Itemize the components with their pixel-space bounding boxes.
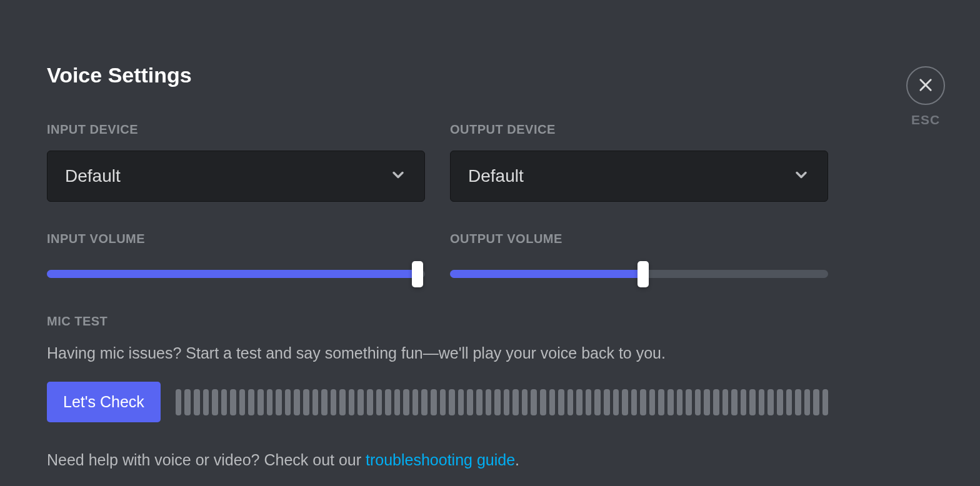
mic-level-bar: [649, 389, 656, 415]
mic-level-bar: [449, 389, 455, 415]
mic-test-label: MIC TEST: [47, 314, 828, 329]
chevron-down-icon: [389, 166, 407, 186]
mic-level-bar: [531, 389, 537, 415]
mic-level-bar: [741, 389, 747, 415]
mic-level-bar: [221, 389, 228, 415]
mic-level-bar: [504, 389, 510, 415]
volume-row: INPUT VOLUME OUTPUT VOLUME: [47, 232, 828, 278]
output-volume-thumb[interactable]: [638, 261, 649, 287]
mic-level-bar: [695, 389, 701, 415]
mic-level-bar: [568, 389, 574, 415]
mic-level-bar: [686, 389, 692, 415]
input-volume-fill: [47, 270, 418, 278]
mic-level-bar: [522, 389, 528, 415]
input-device-select[interactable]: Default: [47, 151, 425, 202]
mic-level-bar: [194, 389, 200, 415]
input-volume-slider[interactable]: [47, 270, 425, 278]
mic-level-bar: [321, 389, 328, 415]
mic-level-bar: [777, 389, 783, 415]
mic-level-bar: [339, 389, 346, 415]
mic-level-bar: [258, 389, 264, 415]
help-text: Need help with voice or video? Check out…: [47, 451, 828, 469]
mic-level-bar: [467, 389, 473, 415]
output-device-label: OUTPUT DEVICE: [450, 122, 828, 137]
mic-level-bar: [786, 389, 792, 415]
mic-level-bar: [431, 389, 437, 415]
output-device-value: Default: [468, 166, 524, 186]
mic-level-bar: [476, 389, 482, 415]
mic-level-bar: [586, 389, 592, 415]
output-volume-slider[interactable]: [450, 270, 828, 278]
output-volume-col: OUTPUT VOLUME: [450, 232, 828, 278]
mic-level-bar: [294, 389, 300, 415]
device-row: INPUT DEVICE Default OUTPUT DEVICE Defau…: [47, 122, 828, 202]
output-volume-fill: [450, 270, 643, 278]
mic-level-bar: [394, 389, 401, 415]
lets-check-button[interactable]: Let's Check: [47, 382, 161, 422]
mic-level-bar: [749, 389, 756, 415]
mic-level-bar: [248, 389, 254, 415]
mic-level-bar: [631, 389, 638, 415]
mic-test-description: Having mic issues? Start a test and say …: [47, 342, 828, 364]
mic-level-bar: [677, 389, 683, 415]
mic-level-bar: [804, 389, 811, 415]
settings-content: Voice Settings INPUT DEVICE Default OUTP…: [0, 0, 875, 469]
input-volume-col: INPUT VOLUME: [47, 232, 425, 278]
mic-level-bar: [768, 389, 774, 415]
input-device-col: INPUT DEVICE Default: [47, 122, 425, 202]
mic-level-bar: [658, 389, 664, 415]
mic-level-bar: [486, 389, 492, 415]
mic-level-bar: [713, 389, 719, 415]
mic-level-bar: [640, 389, 646, 415]
mic-level-bar: [722, 389, 729, 415]
mic-level-bar: [385, 389, 391, 415]
mic-level-bar: [813, 389, 819, 415]
input-device-value: Default: [65, 166, 121, 186]
mic-level-bar: [331, 389, 337, 415]
mic-test-section: MIC TEST Having mic issues? Start a test…: [47, 314, 828, 422]
chevron-down-icon: [792, 166, 810, 186]
mic-level-bar: [403, 389, 409, 415]
close-icon: [917, 76, 934, 96]
mic-level-bar: [440, 389, 446, 415]
mic-test-row: Let's Check: [47, 382, 828, 422]
mic-level-bar: [540, 389, 546, 415]
troubleshooting-link[interactable]: troubleshooting guide: [366, 451, 515, 469]
output-device-select[interactable]: Default: [450, 151, 828, 202]
mic-level-bar: [267, 389, 273, 415]
mic-level-bar: [230, 389, 236, 415]
mic-level-bar: [176, 389, 182, 415]
mic-level-bar: [822, 389, 828, 415]
mic-level-bar: [549, 389, 556, 415]
esc-label: ESC: [911, 112, 940, 127]
mic-level-bar: [704, 389, 710, 415]
mic-level-bar: [604, 389, 610, 415]
mic-level-bar: [613, 389, 619, 415]
mic-level-bar: [494, 389, 501, 415]
input-volume-thumb[interactable]: [412, 261, 423, 287]
help-prefix: Need help with voice or video? Check out…: [47, 451, 366, 469]
mic-level-meter: [176, 389, 828, 415]
close-button[interactable]: [906, 66, 945, 105]
close-wrapper: ESC: [906, 66, 945, 127]
mic-level-bar: [512, 389, 519, 415]
mic-level-bar: [285, 389, 291, 415]
mic-level-bar: [421, 389, 428, 415]
input-volume-label: INPUT VOLUME: [47, 232, 425, 246]
mic-level-bar: [795, 389, 801, 415]
output-device-col: OUTPUT DEVICE Default: [450, 122, 828, 202]
input-device-label: INPUT DEVICE: [47, 122, 425, 137]
mic-level-bar: [184, 389, 191, 415]
mic-level-bar: [759, 389, 765, 415]
mic-level-bar: [367, 389, 373, 415]
mic-level-bar: [358, 389, 364, 415]
mic-level-bar: [212, 389, 218, 415]
mic-level-bar: [376, 389, 382, 415]
mic-level-bar: [239, 389, 246, 415]
mic-level-bar: [458, 389, 464, 415]
mic-level-bar: [594, 389, 601, 415]
mic-level-bar: [203, 389, 209, 415]
mic-level-bar: [622, 389, 628, 415]
output-volume-label: OUTPUT VOLUME: [450, 232, 828, 246]
page-title: Voice Settings: [47, 63, 828, 87]
